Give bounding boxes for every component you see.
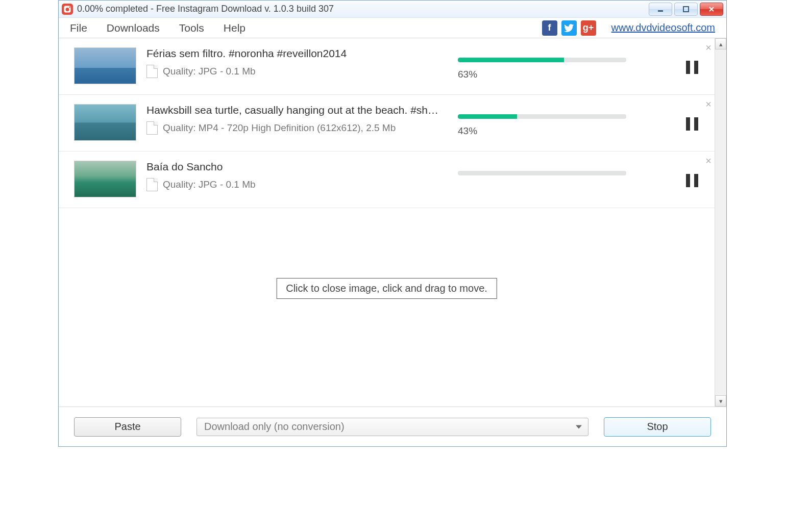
- download-item: Baía do Sancho Quality: JPG - 0.1 Mb ×: [59, 151, 715, 208]
- website-link[interactable]: www.dvdvideosoft.com: [611, 22, 715, 34]
- scroll-up-button[interactable]: ▴: [715, 38, 726, 49]
- svg-rect-5: [683, 7, 689, 12]
- download-item: Hawksbill sea turtle, casually hanging o…: [59, 95, 715, 151]
- window-title: 0.00% completed - Free Instagram Downloa…: [77, 4, 334, 14]
- app-icon: [62, 4, 73, 15]
- thumbnail: [74, 47, 136, 84]
- menu-bar: File Downloads Tools Help f g+ www.dvdvi…: [59, 18, 726, 38]
- thumbnail: [74, 161, 136, 197]
- download-quality: Quality: MP4 - 720p High Definition (612…: [163, 122, 396, 134]
- bottom-bar: Paste Download only (no conversion) Stop: [59, 407, 726, 446]
- remove-button[interactable]: ×: [705, 156, 712, 166]
- google-plus-icon[interactable]: g+: [581, 20, 596, 36]
- tooltip: Click to close image, click and drag to …: [276, 278, 497, 299]
- svg-point-2: [66, 8, 69, 11]
- vertical-scrollbar[interactable]: ▴ ▾: [715, 38, 726, 407]
- pause-button[interactable]: [686, 174, 698, 187]
- download-meta: Baía do Sancho Quality: JPG - 0.1 Mb: [146, 161, 443, 191]
- scroll-down-button[interactable]: ▾: [715, 395, 726, 407]
- social-links: f g+: [542, 20, 596, 36]
- svg-rect-4: [658, 10, 663, 12]
- file-icon: [146, 121, 158, 135]
- menu-tools[interactable]: Tools: [179, 22, 204, 34]
- download-list-area: Férias sem filtro. #noronha #reveillon20…: [59, 38, 726, 407]
- download-meta: Hawksbill sea turtle, casually hanging o…: [146, 104, 443, 135]
- stop-button[interactable]: Stop: [604, 417, 711, 437]
- window-controls: [649, 3, 723, 16]
- file-icon: [146, 178, 158, 191]
- progress-fill: [458, 114, 517, 119]
- close-button[interactable]: [700, 3, 723, 16]
- facebook-icon[interactable]: f: [542, 20, 557, 36]
- file-icon: [146, 65, 158, 78]
- svg-point-3: [69, 6, 70, 7]
- download-quality-row: Quality: JPG - 0.1 Mb: [146, 65, 443, 78]
- download-title: Baía do Sancho: [146, 161, 443, 173]
- progress-bar: [458, 114, 626, 119]
- pause-button[interactable]: [686, 61, 698, 74]
- scroll-track[interactable]: [715, 49, 726, 395]
- application-window: 0.00% completed - Free Instagram Downloa…: [58, 0, 727, 447]
- download-quality: Quality: JPG - 0.1 Mb: [163, 66, 256, 77]
- progress-bar: [458, 58, 626, 62]
- pause-button[interactable]: [686, 117, 698, 131]
- menu-help[interactable]: Help: [224, 22, 246, 34]
- remove-button[interactable]: ×: [705, 42, 712, 53]
- minimize-button[interactable]: [649, 3, 672, 16]
- progress-percent: 43%: [458, 125, 671, 137]
- download-title: Hawksbill sea turtle, casually hanging o…: [146, 104, 443, 116]
- twitter-icon[interactable]: [561, 20, 577, 36]
- menu-file[interactable]: File: [70, 22, 87, 34]
- format-select-value: Download only (no conversion): [204, 421, 345, 433]
- format-select[interactable]: Download only (no conversion): [197, 418, 588, 436]
- chevron-down-icon: [576, 425, 582, 428]
- download-quality: Quality: JPG - 0.1 Mb: [163, 179, 256, 190]
- progress-section: 63%: [458, 47, 671, 80]
- download-quality-row: Quality: MP4 - 720p High Definition (612…: [146, 121, 443, 135]
- download-item: Férias sem filtro. #noronha #reveillon20…: [59, 38, 715, 95]
- progress-fill: [458, 58, 564, 62]
- download-list: Férias sem filtro. #noronha #reveillon20…: [59, 38, 715, 407]
- menu-downloads[interactable]: Downloads: [107, 22, 160, 34]
- thumbnail: [74, 104, 136, 141]
- title-bar: 0.00% completed - Free Instagram Downloa…: [59, 1, 726, 18]
- paste-button[interactable]: Paste: [74, 417, 181, 437]
- progress-bar: [458, 171, 626, 175]
- progress-section: 43%: [458, 104, 671, 137]
- remove-button[interactable]: ×: [705, 99, 712, 109]
- download-title: Férias sem filtro. #noronha #reveillon20…: [146, 47, 443, 60]
- progress-section: [458, 161, 671, 182]
- download-meta: Férias sem filtro. #noronha #reveillon20…: [146, 47, 443, 78]
- progress-percent: 63%: [458, 69, 671, 80]
- maximize-button[interactable]: [674, 3, 698, 16]
- download-quality-row: Quality: JPG - 0.1 Mb: [146, 178, 443, 191]
